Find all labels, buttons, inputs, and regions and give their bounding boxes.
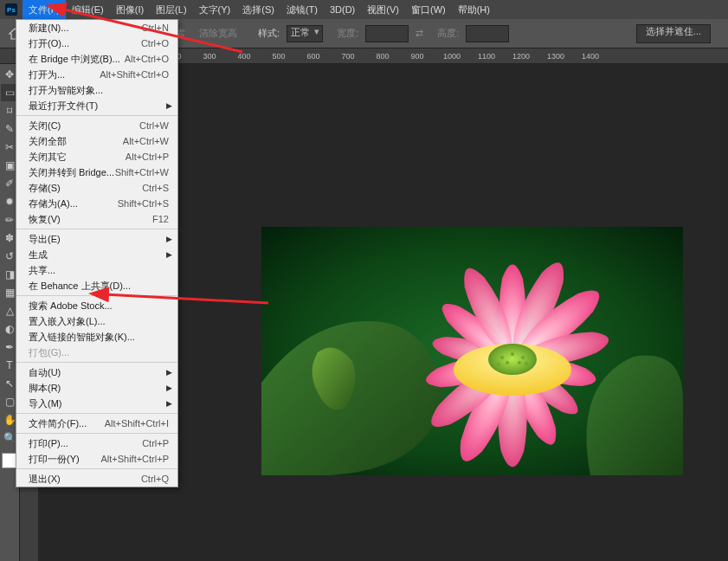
svg-point-4 [511,352,514,356]
menu-item[interactable]: 打开(O)...Ctrl+O [16,35,177,51]
menu-item-label: 关闭(C) [29,119,61,132]
menu-item[interactable]: 自动(U)▶ [16,364,177,380]
svg-point-5 [521,356,525,359]
menu-item[interactable]: 关闭并转到 Bridge...Shift+Ctrl+W [16,164,177,180]
width-input[interactable] [365,25,409,42]
menu-image[interactable]: 图像(I) [110,0,150,19]
menu-item-label: 在 Behance 上共享(D)... [29,280,131,293]
menu-item[interactable]: 关闭(C)Ctrl+W [16,118,177,133]
clear-wh-button[interactable]: 清除宽高 [192,27,244,40]
menu-shortcut: Shift+Ctrl+W [115,167,169,177]
menu-layer[interactable]: 图层(L) [150,0,192,19]
ruler-tick: 700 [331,52,365,61]
menu-item[interactable]: 生成▶ [16,247,177,262]
ruler-tick: 1200 [504,52,538,61]
menu-filter[interactable]: 滤镜(T) [280,0,324,19]
menu-edit[interactable]: 编辑(E) [66,0,110,19]
svg-point-6 [506,361,509,364]
menu-3d[interactable]: 3D(D) [324,0,361,19]
menu-item-label: 打印一份(Y) [29,453,80,466]
menu-window[interactable]: 窗口(W) [405,0,452,19]
menu-shortcut: Ctrl+S [142,183,169,193]
svg-point-8 [497,363,500,366]
ruler-tick: 400 [227,52,261,61]
menu-shortcut: Ctrl+Q [141,474,169,484]
menu-shortcut: Alt+Shift+Ctrl+P [100,454,169,464]
menu-shortcut: Alt+Ctrl+W [123,136,169,146]
menu-shortcut: Shift+Ctrl+S [118,198,169,209]
menu-item[interactable]: 新建(N)...Ctrl+N [16,20,177,35]
menu-item-label: 在 Bridge 中浏览(B)... [29,53,120,66]
menu-type[interactable]: 文字(Y) [193,0,237,19]
menu-item[interactable]: 存储(S)Ctrl+S [16,180,177,196]
menu-item-label: 导出(E) [29,233,61,246]
swap-icon[interactable]: ⇄ [416,28,423,39]
file-menu-dropdown: 新建(N)...Ctrl+N打开(O)...Ctrl+O在 Bridge 中浏览… [16,19,178,487]
menu-file[interactable]: 文件(F) [23,0,66,19]
submenu-arrow-icon: ▶ [166,235,172,243]
menu-item[interactable]: 文件简介(F)...Alt+Shift+Ctrl+I [16,416,177,431]
menu-item-label: 打印(P)... [29,437,68,450]
menu-item-label: 置入嵌入对象(L)... [29,315,106,328]
menu-item[interactable]: 关闭全部Alt+Ctrl+W [16,133,177,149]
menu-shortcut: Alt+Shift+Ctrl+I [105,418,169,429]
menu-item[interactable]: 搜索 Adobe Stock... [16,298,177,313]
menu-select[interactable]: 选择(S) [236,0,280,19]
menu-item-label: 打包(G)... [29,346,69,359]
menu-item[interactable]: 恢复(V)F12 [16,211,177,227]
menu-item-label: 退出(X) [29,473,61,486]
select-mask-button[interactable]: 选择并遮住... [636,24,711,43]
menu-item[interactable]: 最近打开文件(T)▶ [16,98,177,113]
menu-item-label: 关闭其它 [29,151,67,164]
menu-item-label: 打开为智能对象... [29,84,103,97]
menu-item[interactable]: 置入链接的智能对象(K)... [16,329,177,345]
menu-item-label: 关闭全部 [29,135,67,148]
menu-item[interactable]: 打印一份(Y)Alt+Shift+Ctrl+P [16,451,177,467]
ruler-tick: 300 [192,52,227,61]
svg-point-2 [488,344,537,375]
menu-item-label: 存储为(A)... [29,197,78,210]
svg-point-3 [500,356,504,359]
menu-item-label: 新建(N)... [29,22,68,35]
menu-item[interactable]: 在 Behance 上共享(D)... [16,278,177,293]
menu-item[interactable]: 置入嵌入对象(L)... [16,313,177,329]
menu-help[interactable]: 帮助(H) [452,0,496,19]
submenu-arrow-icon: ▶ [166,250,172,259]
menu-item-label: 打开为... [29,68,65,81]
menu-shortcut: Alt+Ctrl+O [125,54,169,64]
ruler-tick: 1400 [573,52,608,61]
menu-item[interactable]: 共享... [16,262,177,278]
ruler-tick: 600 [296,52,331,61]
menu-item-label: 搜索 Adobe Stock... [29,300,113,313]
document-image [261,227,683,475]
menu-item[interactable]: 存储为(A)...Shift+Ctrl+S [16,196,177,211]
menu-item[interactable]: 脚本(R)▶ [16,380,177,396]
menu-item[interactable]: 打开为...Alt+Shift+Ctrl+O [16,67,177,82]
menu-item-label: 导入(M) [29,397,62,410]
ps-logo-icon: Ps [5,3,17,16]
menu-item[interactable]: 打开为智能对象... [16,82,177,98]
svg-point-7 [518,361,521,364]
menu-item[interactable]: 关闭其它Alt+Ctrl+P [16,149,177,164]
menu-item[interactable]: 导入(M)▶ [16,396,177,411]
menu-item[interactable]: 打印(P)...Ctrl+P [16,435,177,451]
menu-item-label: 打开(O)... [29,37,69,50]
submenu-arrow-icon: ▶ [166,368,172,377]
submenu-arrow-icon: ▶ [166,399,172,408]
menu-item[interactable]: 在 Bridge 中浏览(B)...Alt+Ctrl+O [16,51,177,67]
submenu-arrow-icon: ▶ [166,384,172,392]
menu-item-label: 生成 [29,248,48,261]
ruler-tick: 500 [261,52,296,61]
menu-item-label: 共享... [29,264,55,277]
menu-item[interactable]: 导出(E)▶ [16,231,177,247]
submenu-arrow-icon: ▶ [166,101,172,110]
menu-shortcut: Ctrl+W [139,120,169,131]
height-input[interactable] [466,25,509,42]
svg-point-9 [525,362,528,365]
height-label: 高度: [437,27,459,40]
menu-view[interactable]: 视图(V) [361,0,405,19]
menu-item-label: 最近打开文件(T) [29,100,98,113]
style-select[interactable]: 正常 [287,25,323,42]
menu-shortcut: Ctrl+O [141,38,169,48]
menu-item[interactable]: 退出(X)Ctrl+Q [16,471,177,487]
